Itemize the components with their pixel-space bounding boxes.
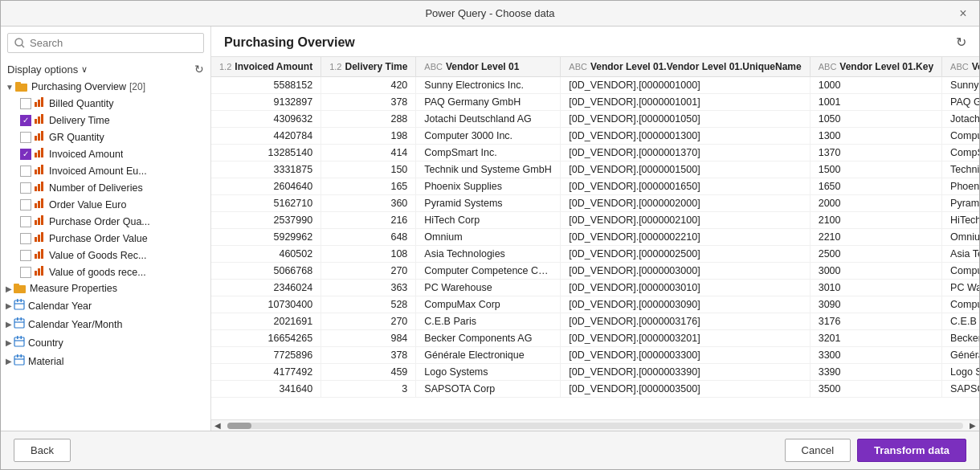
cell-unique-10: [0D_VENDOR].[0000002500]: [561, 246, 810, 263]
cancel-button[interactable]: Cancel: [785, 439, 851, 462]
col-header-4[interactable]: ABCVendor Level 01.Key: [810, 57, 941, 77]
col-type-5: ABC: [950, 62, 969, 72]
cell-vle-18: SAPSOTA C...: [942, 381, 979, 398]
tree-item-invoiced-amount-eu[interactable]: Invoiced Amount Eu...: [1, 162, 210, 179]
display-options-toggle[interactable]: Display options ∨: [7, 63, 88, 76]
checkbox-purchase-order-qua[interactable]: [20, 216, 31, 227]
tree-item-gr-quantity[interactable]: GR Quantity: [1, 129, 210, 145]
tree-item-delivery-time[interactable]: Delivery Time: [1, 112, 210, 129]
cell-vle-17: Logo Syste...: [942, 364, 979, 381]
tree-item-purchase-order-value[interactable]: Purchase Order Value: [1, 230, 210, 247]
panel-refresh-icon[interactable]: ↻: [956, 35, 966, 50]
cell-unique-2: [0D_VENDOR].[0000001050]: [561, 111, 810, 128]
tree-item-label-value-of-goods-rec1: Value of Goods Rec...: [49, 250, 146, 261]
checkbox-billed-quantity[interactable]: [20, 98, 31, 109]
tree-item-billed-quantity[interactable]: Billed Quantity: [1, 95, 210, 112]
tree-item-value-of-goods-rec1[interactable]: Value of Goods Rec...: [1, 247, 210, 264]
search-box[interactable]: [7, 33, 204, 53]
table-row: 2346024 363 PC Warehouse [0D_VENDOR].[00…: [211, 280, 979, 296]
back-button[interactable]: Back: [14, 439, 71, 462]
scrollbar-thumb[interactable]: [227, 423, 251, 429]
checkbox-value-of-goods-rec2[interactable]: [20, 267, 31, 278]
table-row: 5066768 270 Computer Competence Center .…: [211, 263, 979, 280]
svg-rect-22: [35, 203, 37, 208]
cell-vendor01-7: Pyramid Systems: [416, 195, 561, 212]
cell-vle-11: Computer ...: [942, 263, 979, 280]
svg-rect-23: [38, 201, 40, 208]
checkbox-delivery-time[interactable]: [20, 115, 31, 126]
col-header-2[interactable]: ABCVendor Level 01: [416, 57, 561, 77]
cell-key-5: 1500: [810, 161, 941, 178]
expand-arrow-material: ▶: [6, 357, 12, 366]
search-input[interactable]: [30, 37, 197, 49]
checkbox-value-of-goods-rec1[interactable]: [20, 250, 31, 261]
cell-vendor01-15: Becker Components AG: [416, 330, 561, 347]
cell-unique-17: [0D_VENDOR].[0000003390]: [561, 364, 810, 381]
right-panel: Purchasing Overview ↻ 1.2Invoiced Amount…: [211, 27, 979, 431]
tree-item-invoiced-amount[interactable]: Invoiced Amount: [1, 145, 210, 162]
cell-vle-16: Générale E...: [942, 347, 979, 364]
cell-key-2: 1050: [810, 111, 941, 128]
tree-item-purchase-order-qua[interactable]: Purchase Order Qua...: [1, 213, 210, 230]
svg-point-0: [15, 39, 22, 46]
checkbox-gr-quantity[interactable]: [20, 132, 31, 143]
cell-vendor01-11: Computer Competence Center ...: [416, 263, 561, 280]
table-body: 5588152 420 Sunny Electronics Inc. [0D_V…: [211, 77, 979, 398]
tree-group-calendar-year[interactable]: ▶ Calendar Year: [1, 296, 210, 315]
cell-unique-4: [0D_VENDOR].[0000001370]: [561, 145, 810, 161]
cell-invoiced-17: 4177492: [211, 364, 321, 381]
col-header-0[interactable]: 1.2Invoiced Amount: [211, 57, 321, 77]
col-type-0: 1.2: [219, 62, 231, 72]
checkbox-invoiced-amount[interactable]: [20, 149, 31, 160]
checkbox-invoiced-amount-eu[interactable]: [20, 166, 31, 177]
tree-container: ▼ Purchasing Overview [20] Billed Quanti…: [1, 79, 210, 431]
tree-item-label-purchase-order-value: Purchase Order Value: [49, 233, 148, 244]
tree-root-item[interactable]: ▼ Purchasing Overview [20]: [1, 79, 210, 95]
svg-rect-29: [38, 235, 40, 242]
table-row: 4177492 459 Logo Systems [0D_VENDOR].[00…: [211, 364, 979, 381]
cell-invoiced-10: 460502: [211, 246, 321, 263]
chart-icon-number-of-deliveries: [35, 182, 46, 194]
left-panel-refresh-icon[interactable]: ↻: [194, 63, 204, 76]
col-header-1[interactable]: 1.2Delivery Time: [321, 57, 416, 77]
checkbox-order-value-euro[interactable]: [20, 199, 31, 210]
scrollbar-track[interactable]: [227, 423, 963, 429]
tree-group-calendar-year-month[interactable]: ▶ Calendar Year/Month: [1, 315, 210, 333]
checkbox-purchase-order-value[interactable]: [20, 233, 31, 244]
cell-delivery-3: 198: [321, 128, 416, 145]
transform-data-button[interactable]: Transform data: [857, 439, 966, 462]
horizontal-scrollbar[interactable]: ◀ ▶: [211, 419, 979, 431]
tree-group-country[interactable]: ▶ Country: [1, 333, 210, 352]
cell-invoiced-9: 5929962: [211, 229, 321, 246]
tree-item-value-of-goods-rec2[interactable]: Value of goods rece...: [1, 264, 210, 280]
cell-invoiced-0: 5588152: [211, 77, 321, 94]
tree-item-number-of-deliveries[interactable]: Number of Deliveries: [1, 179, 210, 196]
scroll-right-arrow[interactable]: ▶: [966, 421, 979, 430]
cell-unique-9: [0D_VENDOR].[0000002210]: [561, 229, 810, 246]
data-table-container[interactable]: 1.2Invoiced Amount1.2Delivery TimeABCVen…: [211, 57, 979, 419]
data-table: 1.2Invoiced Amount1.2Delivery TimeABCVen…: [211, 57, 979, 398]
cell-invoiced-15: 16654265: [211, 330, 321, 347]
cell-vle-7: Pyramid Sy...: [942, 195, 979, 212]
col-header-3[interactable]: ABCVendor Level 01.Vendor Level 01.Uniqu…: [561, 57, 810, 77]
search-icon: [14, 38, 25, 48]
cell-unique-7: [0D_VENDOR].[0000002000]: [561, 195, 810, 212]
chart-icon-order-value-euro: [35, 198, 46, 210]
tree-group-material[interactable]: ▶ Material: [1, 352, 210, 370]
close-button[interactable]: ×: [953, 4, 973, 23]
table-row: 3331875 150 Technik und Systeme GmbH [0D…: [211, 161, 979, 178]
cell-delivery-8: 216: [321, 212, 416, 229]
col-header-5[interactable]: ABCVendor Le...: [942, 57, 979, 77]
table-header: 1.2Invoiced Amount1.2Delivery TimeABCVen…: [211, 57, 979, 77]
cell-delivery-10: 108: [321, 246, 416, 263]
cell-key-11: 3000: [810, 263, 941, 280]
checkbox-number-of-deliveries[interactable]: [20, 182, 31, 194]
cell-vle-1: PAQ Germa...: [942, 94, 979, 111]
cell-key-13: 3090: [810, 296, 941, 313]
scroll-left-arrow[interactable]: ◀: [211, 421, 224, 430]
tree-item-order-value-euro[interactable]: Order Value Euro: [1, 196, 210, 213]
svg-rect-20: [38, 184, 40, 191]
tree-group-measure-properties[interactable]: ▶ Measure Properties: [1, 280, 210, 296]
cell-vle-0: Sunny Elec...: [942, 77, 979, 94]
cell-key-3: 1300: [810, 128, 941, 145]
